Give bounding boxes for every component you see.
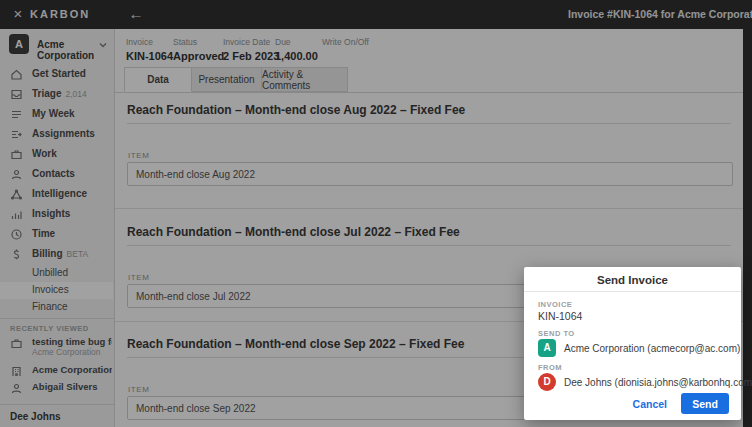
send-invoice-modal: Send Invoice INVOICE KIN-1064 SEND TO A … (524, 267, 741, 420)
modal-invoice-label: INVOICE (538, 300, 572, 309)
modal-title-divider (524, 291, 741, 292)
app-window: × KARBON ← Invoice #KIN-1064 for Acme Co… (0, 0, 752, 427)
send-button[interactable]: Send (681, 393, 729, 414)
recipient-avatar: A (538, 339, 556, 357)
cancel-button[interactable]: Cancel (633, 398, 667, 410)
modal-invoice-value: KIN-1064 (538, 310, 582, 322)
sender-avatar: D (538, 373, 556, 391)
modal-from-label: FROM (538, 363, 562, 372)
modal-title: Send Invoice (524, 274, 741, 286)
sender-text: Dee Johns (dionisia.johns@karbonhq.com) (564, 377, 752, 388)
modal-send-to-label: SEND TO (538, 329, 575, 338)
recipient-text: Acme Corporation (acmecorp@ac.com) (564, 343, 740, 354)
